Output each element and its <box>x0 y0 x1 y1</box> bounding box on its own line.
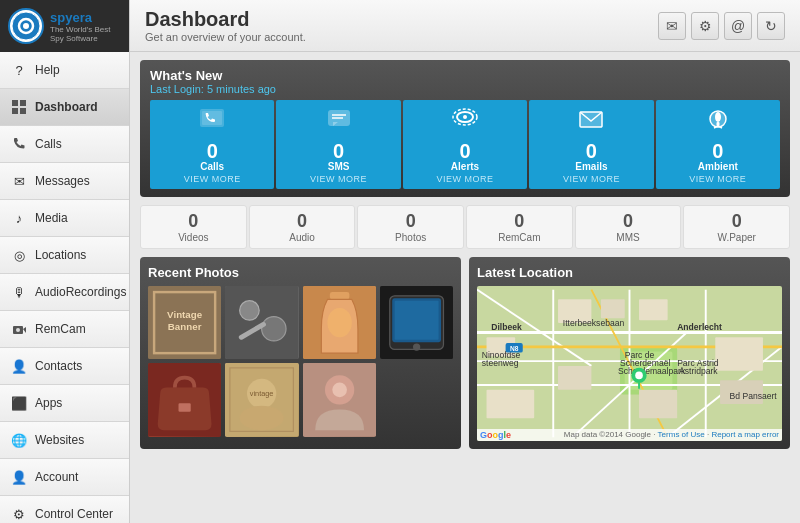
alerts-stat-label: Alerts <box>451 161 479 172</box>
calls-icon <box>10 135 28 153</box>
bottom-row: Recent Photos Vintage Banner <box>140 257 790 449</box>
svg-text:steenweg: steenweg <box>482 358 519 368</box>
stat2-wpaper[interactable]: 0 W.Paper <box>683 205 790 249</box>
account-header-button[interactable]: @ <box>724 12 752 40</box>
wpaper-number: 0 <box>732 211 742 232</box>
stat2-photos[interactable]: 0 Photos <box>357 205 464 249</box>
latest-location-section: Latest Location <box>469 257 790 449</box>
stat-ambient[interactable]: 0 Ambient VIEW MORE <box>656 100 780 189</box>
svg-rect-22 <box>716 122 719 126</box>
settings-header-button[interactable]: ⚙ <box>691 12 719 40</box>
sidebar-label-remcam: RemCam <box>35 322 86 336</box>
photo-thumb-6[interactable]: vintage <box>225 363 298 436</box>
sidebar-label-controlcenter: Control Center <box>35 507 113 521</box>
sidebar-item-remcam[interactable]: RemCam <box>0 311 129 348</box>
report-link[interactable]: Report a map error <box>711 430 779 439</box>
photo-grid: Vintage Banner <box>148 286 453 437</box>
svg-text:Dilbeek: Dilbeek <box>491 322 522 332</box>
map-container: Dilbeek Anderlecht Ninoofdse steenweg It… <box>477 286 782 441</box>
remcam-number: 0 <box>514 211 524 232</box>
recent-photos-title: Recent Photos <box>148 265 453 280</box>
svg-rect-39 <box>394 301 438 340</box>
stat2-audio[interactable]: 0 Audio <box>249 205 356 249</box>
svg-point-30 <box>240 301 260 321</box>
logo-sub: The World's Best Spy Software <box>50 25 121 43</box>
emails-viewmore[interactable]: VIEW MORE <box>563 174 620 184</box>
emails-stat-label: Emails <box>575 161 607 172</box>
audiorecordings-icon: 🎙 <box>10 283 28 301</box>
alerts-viewmore[interactable]: VIEW MORE <box>437 174 494 184</box>
alerts-stat-icon <box>451 105 479 139</box>
google-logo: Google <box>480 430 511 440</box>
media-icon: ♪ <box>10 209 28 227</box>
emails-stat-number: 0 <box>586 141 597 161</box>
stat2-mms[interactable]: 0 MMS <box>575 205 682 249</box>
google-bar: Google Map data ©2014 Google · Terms of … <box>477 429 782 441</box>
calls-stat-icon <box>198 105 226 139</box>
sidebar-item-help[interactable]: ? Help <box>0 52 129 89</box>
svg-text:Vintage: Vintage <box>167 309 203 320</box>
photo-thumb-7[interactable] <box>303 363 376 436</box>
svg-rect-34 <box>329 292 349 299</box>
page-title: Dashboard <box>145 8 306 31</box>
calls-stat-number: 0 <box>207 141 218 161</box>
terms-link[interactable]: Terms of Use <box>658 430 705 439</box>
page-header: Dashboard Get an overview of your accoun… <box>130 0 800 52</box>
sidebar-item-dashboard[interactable]: Dashboard <box>0 89 129 126</box>
svg-rect-66 <box>601 299 625 318</box>
map-credits: Map data ©2014 Google · Terms of Use · R… <box>564 430 779 440</box>
stat-calls[interactable]: 0 Calls VIEW MORE <box>150 100 274 189</box>
svg-text:N8: N8 <box>510 345 519 352</box>
audio-label: Audio <box>289 232 315 243</box>
svg-point-35 <box>327 308 351 337</box>
sidebar-label-dashboard: Dashboard <box>35 100 98 114</box>
sms-stat-label: SMS <box>328 161 350 172</box>
svg-rect-69 <box>558 366 591 390</box>
ambient-stat-icon <box>704 105 732 139</box>
alerts-stat-number: 0 <box>459 141 470 161</box>
email-header-button[interactable]: ✉ <box>658 12 686 40</box>
calls-viewmore[interactable]: VIEW MORE <box>184 174 241 184</box>
sidebar-item-account[interactable]: 👤 Account <box>0 459 129 496</box>
sidebar-item-messages[interactable]: ✉ Messages <box>0 163 129 200</box>
logo-text: spyera <box>50 10 121 25</box>
svg-point-31 <box>262 317 286 341</box>
sidebar-item-contacts[interactable]: 👤 Contacts <box>0 348 129 385</box>
sidebar-label-audiorecordings: AudioRecordings <box>35 285 126 299</box>
photo-thumb-2[interactable] <box>225 286 298 359</box>
sidebar-item-calls[interactable]: Calls <box>0 126 129 163</box>
sidebar-item-locations[interactable]: ◎ Locations <box>0 237 129 274</box>
photo-thumb-3[interactable] <box>303 286 376 359</box>
ambient-viewmore[interactable]: VIEW MORE <box>689 174 746 184</box>
svg-rect-5 <box>12 108 18 114</box>
svg-text:Itterbeeksebaan: Itterbeeksebaan <box>563 318 625 328</box>
stat2-videos[interactable]: 0 Videos <box>140 205 247 249</box>
stat-sms[interactable]: 0 SMS VIEW MORE <box>276 100 400 189</box>
wpaper-label: W.Paper <box>718 232 756 243</box>
map-data-text: Map data ©2014 Google <box>564 430 651 439</box>
photo-thumb-5[interactable] <box>148 363 221 436</box>
whats-new-section: What's New Last Login: 5 minutes ago <box>140 60 790 197</box>
whats-new-title: What's New <box>150 68 780 83</box>
sidebar-item-media[interactable]: ♪ Media <box>0 200 129 237</box>
photo-thumb-1[interactable]: Vintage Banner <box>148 286 221 359</box>
sidebar-item-websites[interactable]: 🌐 Websites <box>0 422 129 459</box>
sidebar-label-websites: Websites <box>35 433 84 447</box>
photo-thumb-4[interactable] <box>380 286 453 359</box>
sms-viewmore[interactable]: VIEW MORE <box>310 174 367 184</box>
stat-emails[interactable]: 0 Emails VIEW MORE <box>529 100 653 189</box>
svg-point-2 <box>23 23 29 29</box>
remcam-icon <box>10 320 28 338</box>
svg-rect-72 <box>715 337 763 370</box>
sidebar-item-controlcenter[interactable]: ⚙ Control Center <box>0 496 129 523</box>
refresh-header-button[interactable]: ↻ <box>757 12 785 40</box>
sidebar-label-calls: Calls <box>35 137 62 151</box>
sidebar-item-audiorecordings[interactable]: 🎙 AudioRecordings <box>0 274 129 311</box>
svg-rect-67 <box>639 299 668 320</box>
photos-label: Photos <box>395 232 426 243</box>
stat2-remcam[interactable]: 0 RemCam <box>466 205 573 249</box>
recent-photos-section: Recent Photos Vintage Banner <box>140 257 461 449</box>
sidebar-item-apps[interactable]: ⬛ Apps <box>0 385 129 422</box>
svg-point-9 <box>16 328 20 332</box>
stat-alerts[interactable]: 0 Alerts VIEW MORE <box>403 100 527 189</box>
